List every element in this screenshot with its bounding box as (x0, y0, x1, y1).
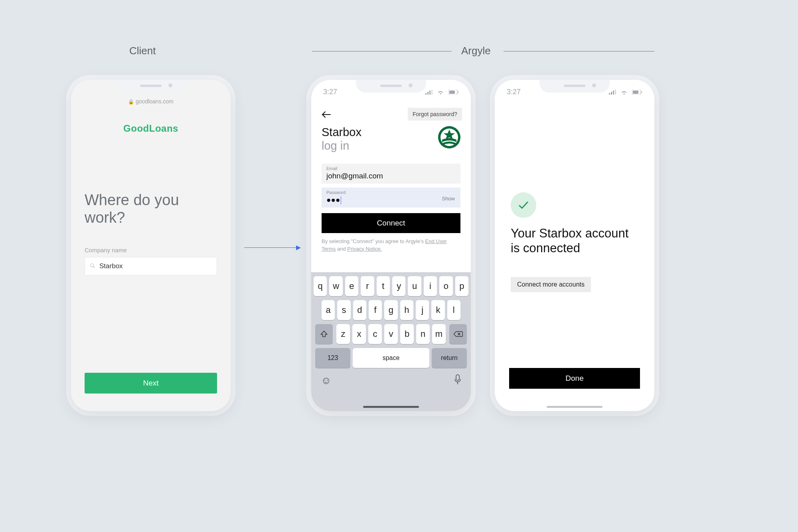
key-x[interactable]: x (352, 324, 366, 344)
company-logo-icon (438, 126, 460, 148)
key-u[interactable]: u (408, 276, 421, 296)
shift-key[interactable] (315, 324, 333, 344)
text-cursor (341, 196, 341, 204)
emoji-key[interactable]: ☺ (321, 374, 332, 388)
success-check-icon (511, 192, 536, 218)
svg-rect-8 (458, 91, 458, 93)
numeric-key[interactable]: 123 (315, 348, 350, 368)
svg-rect-15 (456, 375, 459, 380)
key-b[interactable]: b (400, 324, 414, 344)
page-heading: Where do you work? (85, 192, 217, 226)
svg-line-1 (93, 266, 95, 268)
argyle-label: Argyle (461, 45, 491, 57)
svg-rect-3 (427, 92, 429, 95)
key-t[interactable]: t (377, 276, 390, 296)
privacy-notice-link[interactable]: Privacy Notice. (347, 246, 382, 252)
rule-right (504, 51, 654, 51)
brand-logo: GoodLoans (71, 123, 231, 134)
company-input-value: Starbox (99, 262, 123, 270)
svg-rect-17 (609, 93, 610, 95)
success-message: Your Starbox account is connected (511, 226, 638, 255)
phone-client: 🔒goodloans.com GoodLoans Where do you wo… (71, 80, 231, 411)
phone-notch (116, 80, 186, 93)
key-r[interactable]: r (361, 276, 374, 296)
wifi-icon (437, 88, 444, 96)
key-i[interactable]: i (424, 276, 437, 296)
svg-rect-7 (449, 91, 455, 94)
email-label: Email (326, 166, 456, 171)
svg-rect-22 (633, 91, 638, 94)
password-value: ●●● (326, 196, 340, 204)
key-a[interactable]: a (322, 300, 335, 320)
login-subtitle: log in (322, 139, 361, 152)
status-time: 3:27 (507, 88, 521, 96)
key-z[interactable]: z (336, 324, 350, 344)
lock-icon: 🔒 (128, 99, 134, 105)
back-button[interactable] (322, 110, 331, 121)
status-time: 3:27 (323, 88, 337, 96)
key-w[interactable]: w (329, 276, 342, 296)
email-field[interactable]: Email john@gmail.com (322, 164, 460, 184)
key-g[interactable]: g (384, 300, 397, 320)
svg-rect-19 (613, 91, 614, 95)
svg-rect-20 (615, 90, 616, 95)
next-button[interactable]: Next (85, 373, 217, 394)
backspace-key[interactable] (449, 324, 467, 344)
field-label-company: Company name (85, 247, 127, 253)
svg-rect-5 (431, 90, 433, 95)
return-key[interactable]: return (432, 348, 467, 368)
svg-rect-4 (429, 91, 431, 95)
home-indicator[interactable] (363, 406, 419, 408)
forgot-password-button[interactable]: Forgot password? (408, 108, 462, 121)
connect-button[interactable]: Connect (322, 213, 460, 233)
key-j[interactable]: j (416, 300, 429, 320)
key-l[interactable]: l (447, 300, 460, 320)
svg-rect-18 (611, 92, 612, 95)
key-q[interactable]: q (314, 276, 327, 296)
home-indicator[interactable] (547, 406, 602, 408)
client-label: Client (129, 45, 156, 57)
show-password-button[interactable]: Show (442, 196, 455, 202)
browser-url: 🔒goodloans.com (128, 98, 174, 105)
phone-notch (539, 80, 610, 93)
svg-rect-23 (641, 91, 642, 93)
rule-left (312, 51, 452, 51)
password-field[interactable]: Password ●●● Show (322, 188, 460, 208)
signal-icon (609, 88, 616, 96)
login-title: Starbox log in (322, 125, 361, 152)
key-v[interactable]: v (384, 324, 398, 344)
wifi-icon (620, 88, 628, 96)
url-text: goodloans.com (136, 98, 174, 105)
company-search-input[interactable]: Starbox (85, 257, 217, 275)
signal-icon (425, 88, 433, 96)
mic-key[interactable] (454, 374, 461, 388)
connect-more-button[interactable]: Connect more accounts (511, 277, 591, 292)
key-y[interactable]: y (392, 276, 405, 296)
key-p[interactable]: p (455, 276, 468, 296)
phone-argyle-success: 3:27 Your Starbox account is connected C… (495, 80, 654, 411)
email-value: john@gmail.com (326, 172, 456, 180)
phone-notch (356, 80, 426, 93)
svg-rect-2 (425, 93, 427, 95)
battery-icon (448, 88, 459, 96)
battery-icon (632, 88, 642, 96)
phone-argyle-login: 3:27 Forgot password? Starbox log in Ema… (311, 80, 471, 411)
key-s[interactable]: s (337, 300, 350, 320)
key-m[interactable]: m (432, 324, 446, 344)
svg-point-0 (91, 263, 94, 267)
legal-text: By selecting "Connect" you agree to Argy… (322, 238, 460, 253)
key-o[interactable]: o (439, 276, 452, 296)
key-k[interactable]: k (431, 300, 444, 320)
key-n[interactable]: n (416, 324, 430, 344)
ios-keyboard: qwertyuiop asdfghjkl zxcvbnm 123 space r… (311, 272, 471, 411)
key-c[interactable]: c (368, 324, 382, 344)
search-icon (90, 263, 95, 270)
key-h[interactable]: h (400, 300, 413, 320)
password-label: Password (326, 190, 456, 195)
done-button[interactable]: Done (509, 368, 640, 389)
key-e[interactable]: e (345, 276, 358, 296)
flow-arrow-icon (244, 247, 300, 248)
key-f[interactable]: f (369, 300, 382, 320)
space-key[interactable]: space (353, 348, 429, 368)
key-d[interactable]: d (353, 300, 366, 320)
